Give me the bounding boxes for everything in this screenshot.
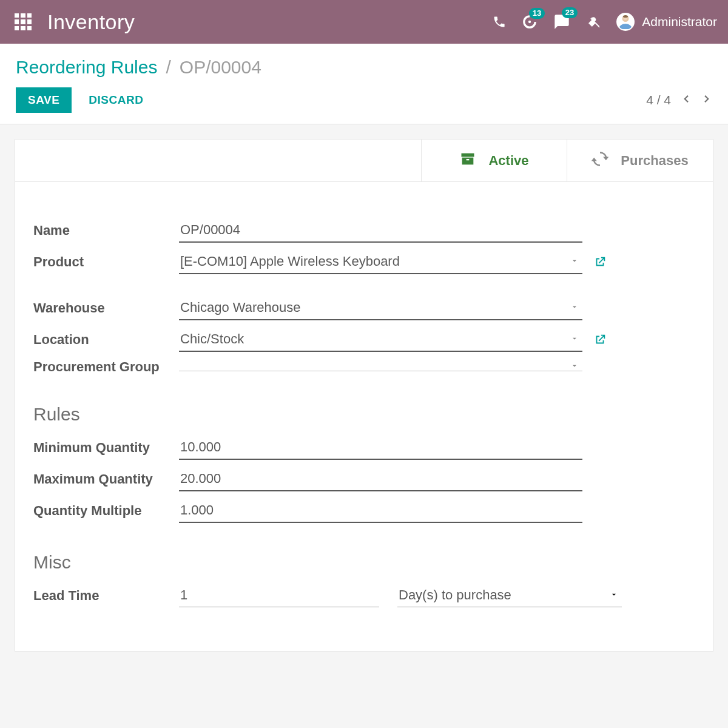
refresh-icon [592,150,608,171]
max-qty-input[interactable] [179,467,582,491]
label-product: Product [33,254,179,270]
name-input[interactable] [179,218,582,243]
lead-time-unit-select[interactable]: Day(s) to purchase [397,584,622,607]
lead-time-unit-value: Day(s) to purchase [399,587,511,602]
caret-down-icon[interactable] [570,362,579,372]
row-warehouse: Warehouse Chicago Warehouse [33,296,695,320]
breadcrumb-leaf: OP/00004 [180,57,261,78]
row-procurement-group: Procurement Group [33,359,695,375]
warehouse-value: Chicago Warehouse [180,300,301,315]
label-lead-time: Lead Time [33,588,179,604]
row-product: Product [E-COM10] Apple Wireless Keyboar… [33,250,695,274]
save-button[interactable]: Save [16,87,72,113]
lead-time-input[interactable] [179,584,379,607]
row-location: Location Chic/Stock [33,328,695,352]
subheader: Reordering Rules / OP/00004 Save Discard… [0,44,728,124]
messages-icon[interactable]: 23 [553,13,570,30]
status-spacer [15,140,422,181]
discard-button[interactable]: Discard [89,93,143,107]
svg-rect-3 [462,153,474,157]
procurement-group-select[interactable] [179,363,582,371]
location-select[interactable]: Chic/Stock [179,328,582,352]
active-status-label: Active [488,153,528,169]
status-tabs: Active Purchases [15,140,713,182]
row-name: Name [33,218,695,243]
section-rules: Rules [33,404,695,425]
form-sheet: Active Purchases Name Product [15,139,713,652]
pager-next[interactable] [701,91,712,110]
breadcrumb: Reordering Rules / OP/00004 [16,57,712,78]
external-link-icon[interactable] [593,333,607,346]
svg-rect-4 [462,157,474,164]
label-qty-multiple: Quantity Multiple [33,503,179,519]
row-min-qty: Minimum Quantity [33,436,695,460]
warehouse-select[interactable]: Chicago Warehouse [179,296,582,320]
min-qty-input[interactable] [179,436,582,460]
label-min-qty: Minimum Quantity [33,440,179,456]
product-select[interactable]: [E-COM10] Apple Wireless Keyboard [179,250,582,274]
label-location: Location [33,332,179,348]
caret-down-icon[interactable] [570,257,579,268]
external-link-icon[interactable] [593,255,607,269]
phone-icon[interactable] [493,15,506,29]
row-lead-time: Lead Time Day(s) to purchase [33,584,695,607]
label-warehouse: Warehouse [33,300,179,316]
location-value: Chic/Stock [180,331,244,347]
active-status-button[interactable]: Active [422,140,567,181]
user-name: Administrator [642,15,717,29]
breadcrumb-separator: / [166,57,170,78]
label-max-qty: Maximum Quantity [33,471,179,487]
pager: 4 / 4 [646,91,712,110]
tools-icon[interactable] [586,15,601,29]
archive-icon [459,150,476,171]
product-value: [E-COM10] Apple Wireless Keyboard [180,254,400,269]
pager-prev[interactable] [681,91,692,110]
caret-down-icon[interactable] [570,303,579,314]
qty-multiple-input[interactable] [179,499,582,523]
pager-text: 4 / 4 [646,93,671,107]
row-max-qty: Maximum Quantity [33,467,695,491]
avatar [616,13,635,31]
label-name: Name [33,223,179,238]
messages-badge: 23 [562,7,578,18]
purchases-label: Purchases [621,153,688,169]
topbar: Inventory 13 23 Administrator [0,0,728,44]
purchases-button[interactable]: Purchases [567,140,713,181]
apps-menu-icon[interactable] [15,13,32,30]
form-body: Name Product [E-COM10] Apple Wireless Ke… [15,182,713,651]
caret-down-icon[interactable] [570,334,579,345]
app-title: Inventory [47,10,135,34]
actions-row: Save Discard 4 / 4 [16,87,712,113]
content: Active Purchases Name Product [0,124,728,666]
svg-rect-5 [467,159,470,160]
caret-down-icon[interactable] [610,590,618,601]
activities-badge: 13 [529,8,545,19]
breadcrumb-root[interactable]: Reordering Rules [16,57,157,78]
row-qty-multiple: Quantity Multiple [33,499,695,523]
section-misc: Misc [33,552,695,573]
topbar-right: 13 23 Administrator [493,13,717,31]
svg-point-0 [528,21,531,23]
user-menu[interactable]: Administrator [616,13,717,31]
label-procurement-group: Procurement Group [33,359,179,375]
activities-icon[interactable]: 13 [522,14,538,30]
